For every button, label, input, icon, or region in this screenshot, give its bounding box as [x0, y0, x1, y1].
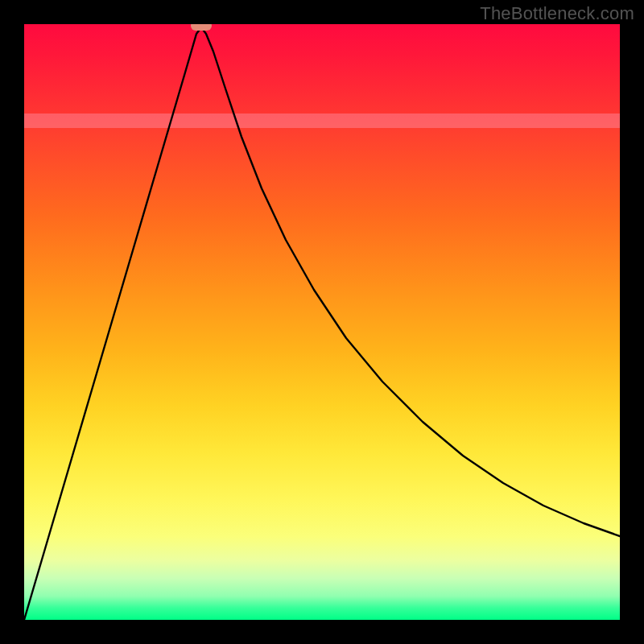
curve-path: [24, 27, 620, 620]
minimum-marker: [191, 24, 212, 31]
plot-area: [24, 24, 620, 620]
watermark-text: TheBottleneck.com: [480, 3, 634, 24]
bottleneck-curve: [24, 24, 620, 620]
chart-frame: TheBottleneck.com: [0, 0, 644, 644]
